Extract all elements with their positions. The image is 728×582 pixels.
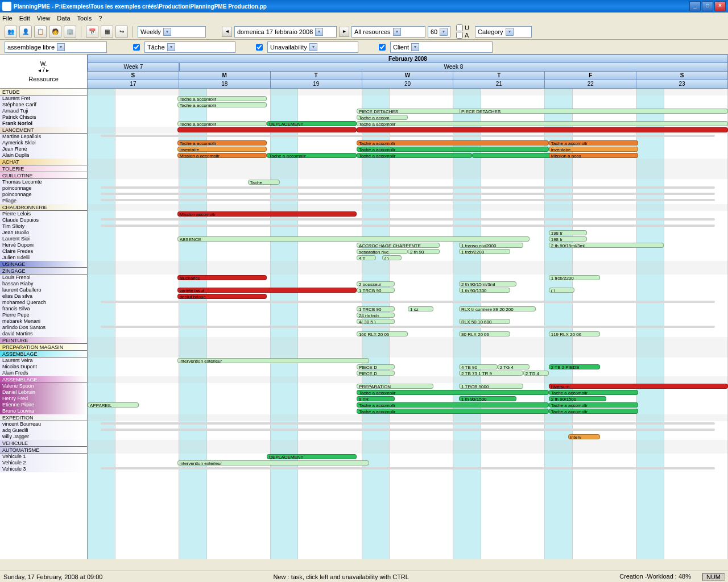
task-bar[interactable]: RLX tr corniere 89 20 200: [459, 306, 536, 311]
gantt-row[interactable]: Tache a accomplirDEPLACEMENTTache a acco…: [88, 120, 728, 127]
resource-row[interactable]: Valerie Spoon: [0, 383, 87, 389]
task-bar[interactable]: 2 th 90/15ml/3ml: [549, 243, 664, 248]
week-next-icon[interactable]: ▸: [46, 67, 49, 73]
task-bar[interactable]: intervention exterieur: [177, 460, 370, 465]
menu-data[interactable]: Data: [57, 15, 70, 22]
task-bar[interactable]: Tache a accomplir: [549, 402, 639, 408]
task-bar[interactable]: [177, 127, 357, 132]
task-bar[interactable]: 9 TR: [357, 396, 395, 401]
resource-row[interactable]: Martine Lepallois: [0, 134, 87, 140]
gantt-row[interactable]: 24 rlx trcb: [88, 312, 728, 318]
group-header[interactable]: ZINGAGE: [0, 268, 87, 275]
gantt-row[interactable]: inventaireTache a accomplirinventaire: [88, 146, 728, 152]
a-checkbox[interactable]: A: [456, 32, 469, 39]
resource-row[interactable]: adq Guedili: [0, 427, 87, 434]
gantt-row[interactable]: Tache a accomplirTache a accomplir: [88, 408, 728, 414]
task-bar[interactable]: RLX 50 10 600: [459, 319, 510, 324]
task-bar[interactable]: 2 TB 73 1 TR 9: [459, 371, 523, 376]
task-bar[interactable]: PREPARATION: [357, 384, 433, 389]
task-bar[interactable]: APPAREIL: [88, 402, 139, 408]
task-bar[interactable]: [472, 153, 562, 158]
gantt-row[interactable]: alucharico1 trcb/2200: [88, 275, 728, 281]
group-header[interactable]: ETUDE: [0, 89, 87, 95]
gantt-row[interactable]: intervention exterieur: [88, 357, 728, 364]
group-header[interactable]: ASSEMBLAGE: [0, 351, 87, 357]
task-bar[interactable]: inventaire: [177, 147, 267, 152]
menu-edit[interactable]: Edit: [19, 15, 30, 22]
resource-row[interactable]: Jean Buoilo: [0, 230, 87, 236]
task-bar[interactable]: ( ): [382, 255, 402, 260]
task-bar[interactable]: Tache a accomplir: [357, 153, 472, 158]
resource-row[interactable]: Bruno Louvira: [0, 408, 87, 414]
date-cell[interactable]: 21: [453, 80, 545, 89]
resource-row[interactable]: elias Da silva: [0, 293, 87, 300]
group-header[interactable]: LANCEMENT: [0, 127, 87, 134]
task-bar[interactable]: Tache a accomplir: [177, 121, 267, 126]
date-cell[interactable]: 18: [179, 80, 271, 89]
gantt-row[interactable]: [88, 134, 728, 140]
group-header[interactable]: ASSEMBLAGE: [0, 376, 87, 383]
task-bar[interactable]: 198 tr: [549, 236, 588, 242]
task-bar[interactable]: intervention exterieur: [177, 358, 370, 363]
gantt-row[interactable]: PIECE DETACHESPIECE DETACHES: [88, 108, 728, 114]
gantt-row[interactable]: [88, 192, 728, 198]
group-header[interactable]: GUILLOTINE: [0, 172, 87, 179]
resource-row[interactable]: Alain Duplis: [0, 152, 87, 159]
unavailability-selector[interactable]: Unavailability▾: [267, 41, 358, 53]
resource-row[interactable]: Pierre Pepe: [0, 312, 87, 318]
resource-row[interactable]: Julien Edelii: [0, 255, 87, 261]
unavailability-checkbox[interactable]: [256, 44, 263, 51]
task-bar[interactable]: 1 th 90/1500: [459, 396, 516, 401]
resource-row[interactable]: Hervé Duponi: [0, 242, 87, 248]
task-bar[interactable]: Tache a accomplir: [357, 402, 549, 408]
gantt-row[interactable]: APPAREILTache a accomplirTache a accompl…: [88, 402, 728, 408]
task-bar[interactable]: 80 RLX 20 06: [459, 331, 510, 336]
gantt-row[interactable]: 2 pousseur2 th 90/15ml/3ml: [88, 281, 728, 287]
resource-row[interactable]: francis Silva: [0, 306, 87, 312]
assemblage-selector[interactable]: assemblage libre▾: [5, 41, 107, 53]
date-cell[interactable]: 22: [545, 80, 636, 89]
resource-row[interactable]: Nicolas Dupont: [0, 364, 87, 370]
resource-row[interactable]: Pierre Lelois: [0, 211, 87, 217]
resource-row[interactable]: Daniel Lebruin: [0, 389, 87, 396]
gantt-row[interactable]: separation rive2 th 901 trcb/2200: [88, 248, 728, 255]
task-bar[interactable]: Mission a acco: [549, 153, 639, 158]
gantt-row[interactable]: DEPLACEMENT: [88, 454, 728, 460]
view-selector[interactable]: Weekly▾: [138, 26, 206, 38]
task-bar[interactable]: 2 th 90/15ml/3ml: [459, 281, 516, 286]
task-bar[interactable]: PIECE D: [357, 371, 395, 376]
task-bar[interactable]: 2 TG 4: [498, 364, 530, 369]
resource-row[interactable]: Vehicule 1: [0, 454, 87, 460]
resource-row[interactable]: Arnaud Tuji: [0, 108, 87, 114]
task-bar[interactable]: 1 transp niv/2000: [459, 243, 523, 248]
task-bar[interactable]: 1 th 90/1300: [459, 288, 510, 293]
gantt-row[interactable]: [88, 185, 728, 192]
resource-row[interactable]: david Martins: [0, 331, 87, 337]
resource-row[interactable]: poinconnage: [0, 192, 87, 198]
gantt-row[interactable]: PIECE D4 TB 902 TG 42 TB 2 PIEDS: [88, 364, 728, 370]
gantt-row[interactable]: Mission a accomplirTache a accomplirTach…: [88, 152, 728, 159]
tool-building-icon[interactable]: 🏢: [64, 26, 76, 38]
task-bar[interactable]: ABSENCE: [177, 236, 530, 242]
gantt-row[interactable]: PIECE D2 TB 73 1 TR 92 TG 4: [88, 370, 728, 376]
gantt-row[interactable]: 1 TRCB 901 czRLX tr corniere 89 20 200: [88, 306, 728, 312]
resource-row[interactable]: Laurent Sioi: [0, 236, 87, 242]
task-bar[interactable]: Tache a accomplir: [549, 409, 639, 414]
date-cell[interactable]: 19: [271, 80, 362, 89]
height-selector[interactable]: 60▾: [428, 26, 450, 38]
gantt-row[interactable]: [88, 325, 728, 331]
resource-row[interactable]: Etienne Ploire: [0, 402, 87, 408]
task-bar[interactable]: [357, 127, 728, 132]
client-checkbox[interactable]: [379, 44, 386, 51]
task-bar[interactable]: Tache a accomplir: [357, 390, 549, 395]
group-header[interactable]: TOLERIE: [0, 165, 87, 172]
resource-row[interactable]: Stéphane Carif: [0, 102, 87, 108]
gantt-row[interactable]: variete balut1 TRCB 901 th 90/1300( ): [88, 287, 728, 293]
resource-selector[interactable]: All resources▾: [351, 26, 425, 38]
resource-row[interactable]: laurent Caballero: [0, 287, 87, 293]
task-bar[interactable]: 24 rlx trcb: [357, 313, 395, 318]
client-selector[interactable]: Client▾: [390, 41, 493, 53]
resource-row[interactable]: Vehicule 2: [0, 460, 87, 466]
group-header[interactable]: VEHICULE: [0, 440, 87, 447]
task-bar[interactable]: Tache a accomplir: [177, 96, 267, 101]
